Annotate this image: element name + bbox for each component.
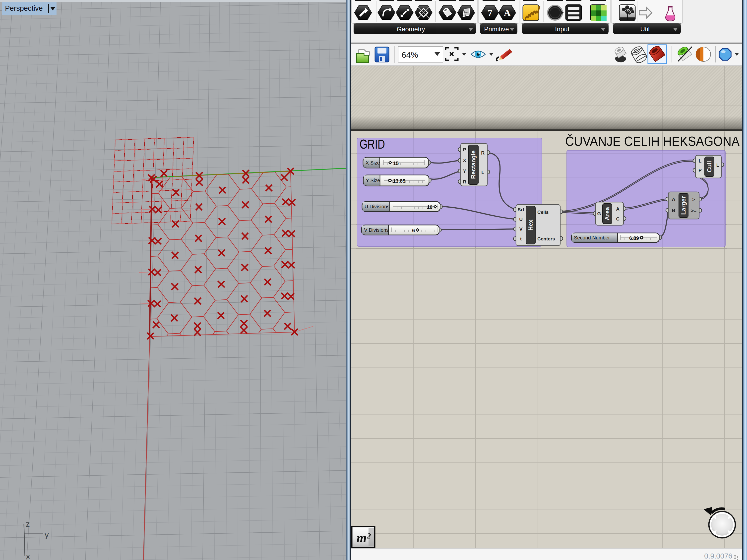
svg-text:>=: >= [691, 208, 696, 213]
svg-text:Centers: Centers [537, 236, 555, 241]
svg-text:ČUVANJE CELIH HEKSAGONA: ČUVANJE CELIH HEKSAGONA [565, 134, 740, 149]
svg-text:Area: Area [604, 207, 611, 220]
svg-text:A: A [672, 196, 675, 202]
svg-text:Util: Util [640, 25, 650, 33]
svg-text:6: 6 [412, 228, 415, 233]
svg-text:Y: Y [463, 168, 466, 174]
svg-text:64%: 64% [402, 50, 418, 59]
svg-text:Second Number: Second Number [574, 235, 610, 240]
svg-text:>: > [692, 197, 695, 202]
svg-text:R: R [481, 150, 485, 156]
svg-text:V: V [519, 226, 523, 232]
svg-text:7: 7 [488, 7, 492, 18]
svg-text:Cull: Cull [706, 161, 713, 172]
svg-text:G: G [597, 211, 601, 216]
svg-text:Primitive: Primitive [484, 25, 509, 33]
svg-text:Input: Input [555, 25, 570, 33]
svg-text:P: P [698, 168, 702, 173]
svg-text:A: A [616, 206, 619, 212]
svg-text:0.9.0076: 0.9.0076 [704, 552, 732, 560]
svg-text:V Divisions: V Divisions [364, 227, 389, 233]
svg-text:L: L [716, 162, 719, 168]
svg-text:m²: m² [357, 531, 371, 545]
svg-text:Geometry: Geometry [397, 25, 425, 33]
svg-text:t: t [520, 236, 522, 241]
svg-text:Cells: Cells [537, 210, 548, 215]
svg-text:Rectangle: Rectangle [470, 150, 476, 179]
svg-text:Perspective: Perspective [5, 4, 43, 12]
svg-text:U Divisions: U Divisions [364, 204, 389, 209]
svg-text:y: y [45, 530, 49, 539]
svg-text:GRID: GRID [360, 137, 385, 151]
svg-text:X Size: X Size [365, 160, 380, 165]
svg-text:A: A [504, 7, 511, 18]
svg-text:Hex: Hex [527, 219, 534, 231]
svg-text:6.89: 6.89 [629, 236, 639, 241]
svg-text:X: X [463, 158, 466, 163]
svg-text:10: 10 [427, 204, 433, 210]
svg-text:B: B [672, 208, 675, 213]
svg-text:L: L [699, 158, 702, 163]
svg-text:Larger: Larger [680, 196, 687, 215]
svg-text:13.85: 13.85 [393, 178, 405, 184]
svg-text:Srf: Srf [518, 207, 524, 212]
svg-text:L: L [481, 170, 484, 175]
svg-text:R: R [463, 179, 466, 184]
svg-text:U: U [519, 217, 523, 222]
svg-text:P: P [463, 147, 466, 152]
svg-text:z: z [26, 519, 30, 529]
svg-text:Y Size: Y Size [366, 178, 380, 183]
svg-text:x: x [26, 552, 30, 560]
svg-text:15: 15 [393, 161, 398, 166]
svg-text:C: C [616, 216, 619, 221]
